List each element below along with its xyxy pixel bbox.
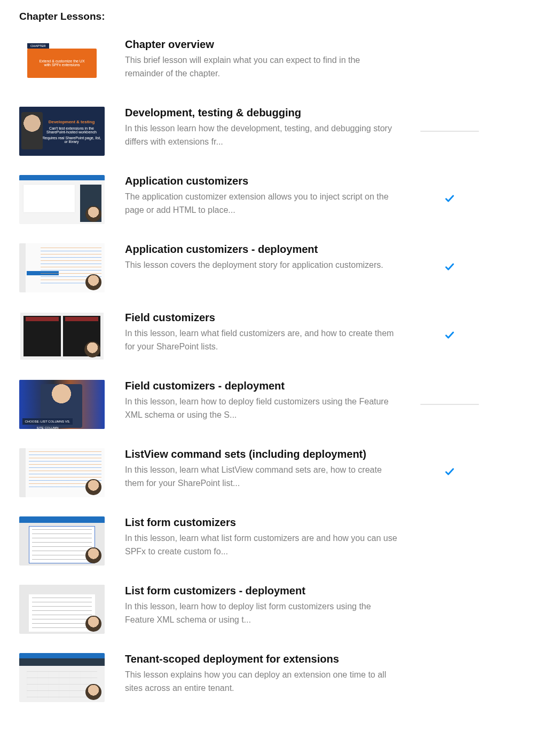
- presenter-avatar: [84, 341, 100, 357]
- lesson-status: [418, 261, 482, 274]
- lesson-status: [418, 330, 482, 343]
- lesson-item[interactable]: Application customizers - deployment Thi…: [19, 243, 515, 292]
- lesson-description: In this lesson learn how the development…: [125, 122, 397, 149]
- lesson-description: In this lesson, learn how to deploy fiel…: [125, 395, 397, 422]
- lesson-title: List form customizers - deployment: [125, 585, 397, 597]
- check-icon: [444, 466, 455, 479]
- presenter-avatar: [85, 479, 101, 495]
- lesson-title: Chapter overview: [125, 38, 397, 51]
- chapter-tag: CHAPTER: [27, 43, 49, 49]
- lesson-thumbnail: [19, 516, 105, 566]
- lesson-status: [418, 131, 482, 132]
- lesson-title: Development, testing & debugging: [125, 107, 397, 119]
- lesson-item[interactable]: Development & testing Can't test extensi…: [19, 107, 515, 156]
- lesson-item[interactable]: List form customizers - deployment In th…: [19, 585, 515, 634]
- lesson-thumbnail: [19, 312, 105, 361]
- lesson-title: Application customizers - deployment: [125, 243, 397, 256]
- presenter-avatar: [85, 206, 101, 222]
- lesson-status: [418, 193, 482, 206]
- lesson-thumbnail: [19, 653, 105, 702]
- lesson-title: ListView command sets (including deploym…: [125, 448, 397, 460]
- lesson-description: In this lesson, learn what list form cus…: [125, 532, 397, 559]
- lesson-thumbnail: CHOOSE: LIST COLUMNS VS. SITE COLUMN: [19, 380, 105, 429]
- presenter-avatar: [85, 274, 101, 290]
- presenter-avatar: [85, 616, 101, 632]
- lesson-item[interactable]: Tenant-scoped deployment for extensions …: [19, 653, 515, 702]
- check-icon: [444, 330, 455, 343]
- lesson-thumbnail: [19, 585, 105, 634]
- lesson-thumbnail: [19, 243, 105, 292]
- lesson-description: This brief lesson will explain what you …: [125, 54, 397, 81]
- lesson-thumbnail: [19, 448, 105, 497]
- progress-indicator: [420, 131, 479, 132]
- lesson-title: Field customizers: [125, 312, 397, 324]
- lesson-item[interactable]: Application customizers The application …: [19, 175, 515, 224]
- lesson-description: The application customizer extension all…: [125, 190, 397, 217]
- thumb-text: Extend & customize the UX: [30, 59, 93, 63]
- progress-indicator: [420, 404, 479, 405]
- lesson-status: [418, 404, 482, 405]
- check-icon: [444, 261, 455, 274]
- lesson-item[interactable]: Field customizers In this lesson, learn …: [19, 312, 515, 361]
- lesson-title: Tenant-scoped deployment for extensions: [125, 653, 397, 665]
- lesson-item[interactable]: ListView command sets (including deploym…: [19, 448, 515, 497]
- lesson-description: In this lesson, learn what ListView comm…: [125, 464, 397, 490]
- presenter-photo: [21, 112, 43, 149]
- lesson-description: In this lesson, learn how to deploy list…: [125, 600, 397, 627]
- section-title: Chapter Lessons:: [19, 11, 515, 22]
- thumb-text: Can't test extensions in the SharePoint-…: [42, 126, 101, 134]
- lesson-list: CHAPTER Extend & customize the UX with S…: [19, 38, 515, 702]
- presenter-avatar: [85, 684, 101, 700]
- thumb-text: with SPFx extensions: [30, 63, 93, 67]
- lesson-item[interactable]: List form customizers In this lesson, le…: [19, 516, 515, 566]
- lesson-item[interactable]: CHOOSE: LIST COLUMNS VS. SITE COLUMN Fie…: [19, 380, 515, 429]
- lesson-status: [418, 466, 482, 479]
- presenter-avatar: [85, 547, 101, 563]
- thumb-label: CHOOSE: LIST COLUMNS VS. SITE COLUMN: [22, 418, 73, 425]
- lesson-description: This lesson covers the deployment story …: [125, 259, 397, 272]
- lesson-thumbnail: Development & testing Can't test extensi…: [19, 107, 105, 156]
- lesson-item[interactable]: CHAPTER Extend & customize the UX with S…: [19, 38, 515, 87]
- thumb-heading: Development & testing: [42, 120, 101, 124]
- lesson-description: In this lesson, learn what field customi…: [125, 327, 397, 354]
- lesson-thumbnail: CHAPTER Extend & customize the UX with S…: [19, 38, 105, 87]
- lesson-title: Application customizers: [125, 175, 397, 187]
- lesson-title: Field customizers - deployment: [125, 380, 397, 392]
- thumb-text: Requires real SharePoint page, list, or …: [42, 136, 101, 144]
- lesson-description: This lesson explains how you can deploy …: [125, 669, 397, 695]
- lesson-thumbnail: [19, 175, 105, 224]
- lesson-title: List form customizers: [125, 516, 397, 529]
- check-icon: [444, 193, 455, 206]
